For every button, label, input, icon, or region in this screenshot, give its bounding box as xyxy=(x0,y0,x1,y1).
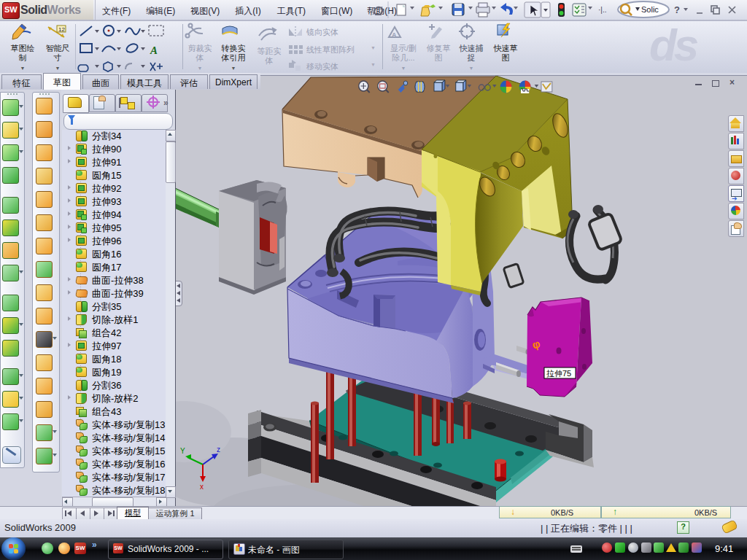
svg-text:z: z xyxy=(217,446,220,454)
svg-text:?: ? xyxy=(674,4,680,15)
svg-text:拉伸75: 拉伸75 xyxy=(546,369,571,378)
svg-text:·|..: ·|.. xyxy=(598,6,606,14)
svg-text:12: 12 xyxy=(58,26,65,33)
svg-text:Solic: Solic xyxy=(641,5,659,14)
svg-text:Y: Y xyxy=(180,447,185,455)
svg-text:A: A xyxy=(150,44,158,56)
svg-text:x: x xyxy=(200,483,204,491)
svg-text:A: A xyxy=(392,31,397,39)
